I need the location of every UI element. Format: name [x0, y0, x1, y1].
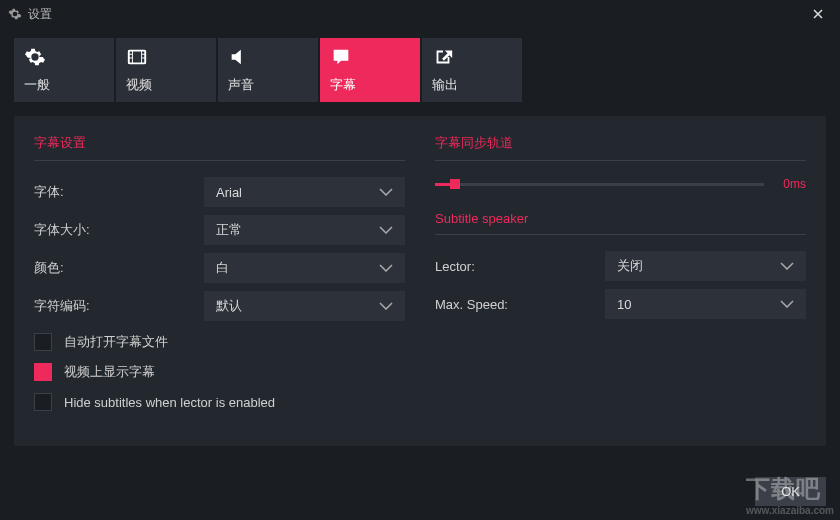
gear-icon: [8, 7, 22, 21]
show-on-video-label: 视频上显示字幕: [64, 363, 155, 381]
svg-rect-0: [129, 51, 146, 64]
speaker-icon: [228, 46, 250, 68]
gear-icon: [24, 46, 46, 68]
select-value: Arial: [216, 185, 242, 200]
ok-button[interactable]: OK: [755, 477, 826, 506]
show-on-video-checkbox[interactable]: [34, 363, 52, 381]
chevron-down-icon: [379, 264, 393, 272]
sync-slider[interactable]: [435, 183, 764, 186]
tab-subtitle[interactable]: 字幕: [320, 38, 420, 102]
auto-open-label: 自动打开字幕文件: [64, 333, 168, 351]
select-value: 正常: [216, 221, 242, 239]
slider-thumb[interactable]: [450, 179, 460, 189]
film-icon: [126, 46, 148, 68]
chevron-down-icon: [379, 302, 393, 310]
encoding-label: 字符编码:: [34, 297, 204, 315]
select-value: 10: [617, 297, 631, 312]
maxspeed-select[interactable]: 10: [605, 289, 806, 319]
section-subtitle-speaker: Subtitle speaker: [435, 211, 806, 235]
close-button[interactable]: [804, 4, 832, 24]
size-label: 字体大小:: [34, 221, 204, 239]
tab-video[interactable]: 视频: [116, 38, 216, 102]
maxspeed-label: Max. Speed:: [435, 297, 605, 312]
font-select[interactable]: Arial: [204, 177, 405, 207]
select-value: 白: [216, 259, 229, 277]
auto-open-checkbox[interactable]: [34, 333, 52, 351]
tab-bar: 一般 视频 声音 字幕 输出: [14, 38, 826, 102]
encoding-select[interactable]: 默认: [204, 291, 405, 321]
chevron-down-icon: [379, 226, 393, 234]
chevron-down-icon: [780, 262, 794, 270]
section-sync-track: 字幕同步轨道: [435, 134, 806, 161]
tab-audio[interactable]: 声音: [218, 38, 318, 102]
speech-icon: [330, 46, 352, 68]
select-value: 默认: [216, 297, 242, 315]
color-label: 颜色:: [34, 259, 204, 277]
section-subtitle-settings: 字幕设置: [34, 134, 405, 161]
tab-label: 声音: [228, 76, 308, 94]
export-icon: [432, 46, 454, 68]
tab-label: 输出: [432, 76, 512, 94]
tab-label: 字幕: [330, 76, 410, 94]
chevron-down-icon: [780, 300, 794, 308]
lector-label: Lector:: [435, 259, 605, 274]
tab-label: 一般: [24, 76, 104, 94]
tab-output[interactable]: 输出: [422, 38, 522, 102]
chevron-down-icon: [379, 188, 393, 196]
size-select[interactable]: 正常: [204, 215, 405, 245]
color-select[interactable]: 白: [204, 253, 405, 283]
font-label: 字体:: [34, 183, 204, 201]
window-title: 设置: [28, 6, 52, 23]
hide-when-lector-label: Hide subtitles when lector is enabled: [64, 395, 275, 410]
sync-value: 0ms: [776, 177, 806, 191]
hide-when-lector-checkbox[interactable]: [34, 393, 52, 411]
tab-general[interactable]: 一般: [14, 38, 114, 102]
tab-label: 视频: [126, 76, 206, 94]
select-value: 关闭: [617, 257, 643, 275]
lector-select[interactable]: 关闭: [605, 251, 806, 281]
